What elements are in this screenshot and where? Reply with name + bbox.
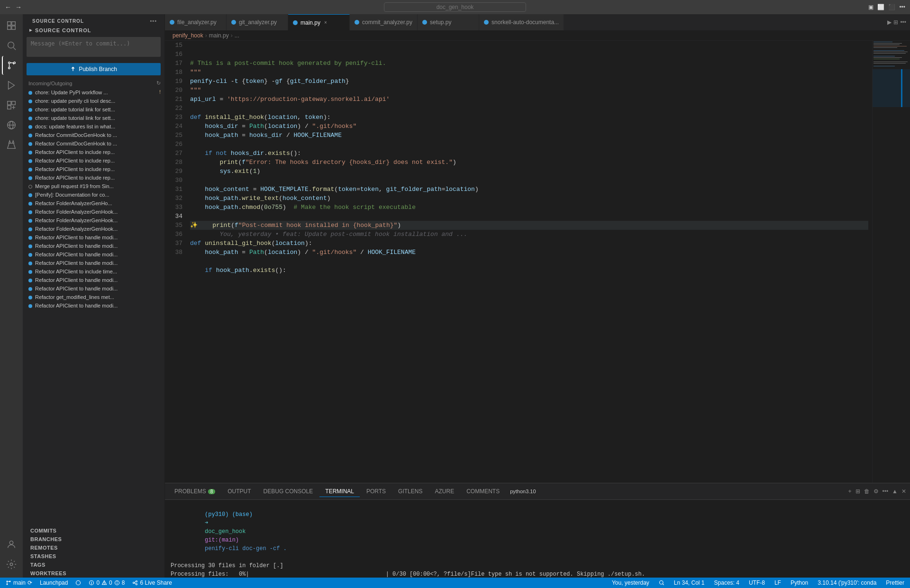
commit-message-input[interactable] (27, 37, 161, 57)
publish-branch-button[interactable]: Publish Branch (27, 63, 161, 75)
command-search[interactable] (384, 2, 526, 12)
incoming-outgoing[interactable]: Incoming/Outgoing ↻ (23, 78, 164, 88)
tab-setup-py[interactable]: setup.py (418, 14, 479, 30)
breadcrumb-symbol[interactable]: ... (235, 32, 239, 39)
close-panel-icon[interactable]: ✕ (901, 488, 906, 495)
version-status[interactable]: 3.10.14 ('py310': conda (816, 578, 878, 588)
tab-git_analyzer-py[interactable]: git_analyzer.py (227, 14, 288, 30)
terminal-settings-icon[interactable]: ⚙ (874, 488, 879, 495)
panel-tab-comments[interactable]: COMMENTS (461, 486, 505, 497)
git-info-label: You, yesterday (612, 579, 649, 586)
breadcrumb-file[interactable]: main.py (209, 32, 229, 39)
list-item[interactable]: Merge pull request #19 from Sin... (23, 182, 164, 190)
list-item[interactable]: docs: update features list in what... (23, 122, 164, 131)
settings-activity-icon[interactable] (2, 555, 21, 574)
list-item[interactable]: Refactor APIClient to include rep... (23, 148, 164, 156)
list-item[interactable]: Refactor APIClient to handle modi... (23, 301, 164, 310)
list-item[interactable]: chore: update penify cli tool desc... (23, 97, 164, 105)
back-button[interactable]: ← (5, 3, 11, 11)
run-activity-icon[interactable] (2, 76, 21, 95)
remote-activity-icon[interactable] (2, 116, 21, 135)
list-item[interactable]: Refactor FolderAnalyzerGenHo... (23, 199, 164, 208)
list-item[interactable]: Refactor FolderAnalyzerGenHook... (23, 208, 164, 216)
layout-icon[interactable]: ▣ (868, 4, 874, 10)
list-item[interactable]: Refactor APIClient to handle modi... (23, 242, 164, 250)
tab-close-button[interactable]: × (323, 19, 328, 26)
maximize-panel-icon[interactable]: ▲ (892, 488, 898, 495)
new-terminal-icon[interactable]: + (848, 488, 851, 495)
more-actions-button[interactable]: ••• (150, 18, 157, 24)
layout-split-icon[interactable]: ⬜ (877, 4, 884, 10)
breadcrumb-folder[interactable]: penify_hook (173, 32, 203, 39)
sidebar-section-tags[interactable]: TAGS (23, 561, 164, 569)
search-activity-icon[interactable] (2, 36, 21, 55)
split-terminal-icon[interactable]: ⊞ (855, 488, 860, 495)
sidebar-section-branches[interactable]: BRANCHES (23, 535, 164, 543)
trash-terminal-icon[interactable]: 🗑 (864, 488, 870, 495)
list-item[interactable]: chore: Update PyPI workflow ...! (23, 88, 164, 97)
launchpad-status[interactable]: Launchpad (38, 578, 70, 588)
account-activity-icon[interactable] (2, 535, 21, 554)
language-status[interactable]: Python (789, 578, 810, 588)
forward-button[interactable]: → (15, 3, 22, 11)
panel-content[interactable]: (py310) (base) ➜ doc_gen_hook git:(main)… (165, 500, 910, 578)
sidebar-section-worktrees[interactable]: WORKTREES (23, 569, 164, 578)
python-version-label[interactable]: python3.10 (506, 488, 539, 494)
encoding-status[interactable]: UTF-8 (747, 578, 767, 588)
more-actions-icon[interactable]: ••• (899, 4, 905, 10)
cursor-status[interactable]: Ln 34, Col 1 (672, 578, 707, 588)
tab-file_analyzer-py[interactable]: file_analyzer.py (165, 14, 227, 30)
panel-tab-gitlens[interactable]: GITLENS (392, 486, 428, 497)
source-control-section[interactable]: SOURCE CONTROL (23, 26, 164, 35)
extensions-activity-icon[interactable] (2, 96, 21, 115)
live-share-status[interactable]: 6 Live Share (130, 578, 173, 588)
list-item[interactable]: Refactor CommitDocGenHook to ... (23, 139, 164, 148)
list-item[interactable]: Refactor APIClient to include rep... (23, 173, 164, 182)
sidebar-section-remotes[interactable]: REMOTES (23, 543, 164, 552)
list-item[interactable]: Refactor APIClient to handle modi... (23, 250, 164, 259)
list-item[interactable]: Refactor APIClient to include rep... (23, 165, 164, 173)
more-terminal-icon[interactable]: ••• (883, 488, 889, 495)
split-editor-icon[interactable]: ⊞ (893, 19, 898, 26)
list-item[interactable]: [Penify]: Documentation for co... (23, 190, 164, 199)
branch-status[interactable]: main ⟳ (4, 578, 34, 588)
eol-status[interactable]: LF (773, 578, 783, 588)
list-item[interactable]: Refactor APIClient to handle modi... (23, 233, 164, 242)
search-status[interactable] (657, 578, 666, 588)
source-control-activity-icon[interactable] (2, 56, 21, 75)
panel-tab-output[interactable]: OUTPUT (222, 486, 256, 497)
list-item[interactable]: Refactor APIClient to handle modi... (23, 276, 164, 284)
list-item[interactable]: Refactor APIClient to include rep... (23, 156, 164, 165)
list-item[interactable]: Refactor FolderAnalyzerGenHook... (23, 216, 164, 225)
more-tabs-icon[interactable]: ••• (900, 19, 906, 26)
list-item[interactable]: chore: update tutorial link for sett... (23, 114, 164, 122)
panel-tab-problems[interactable]: PROBLEMS8 (169, 486, 221, 497)
panel-tab-azure[interactable]: AZURE (429, 486, 460, 497)
layout-panel-icon[interactable]: ⬛ (888, 4, 895, 10)
list-item[interactable]: chore: update tutorial link for sett... (23, 105, 164, 114)
spaces-status[interactable]: Spaces: 4 (712, 578, 741, 588)
panel-tab-terminal[interactable]: TERMINAL (319, 486, 360, 497)
errors-status[interactable]: 0 0 8 (87, 578, 127, 588)
list-item[interactable]: Refactor APIClient to include time... (23, 267, 164, 276)
tab-snorkell-auto-documenta-[interactable]: snorkell-auto-documenta... (479, 14, 564, 30)
panel-tab-debug-console[interactable]: DEBUG CONSOLE (258, 486, 319, 497)
panel-tab-ports[interactable]: PORTS (361, 486, 391, 497)
run-icon[interactable]: ▶ (887, 19, 892, 26)
sidebar-section-commits[interactable]: COMMITS (23, 526, 164, 535)
git-info-status[interactable]: You, yesterday (610, 578, 651, 588)
explorer-activity-icon[interactable] (2, 16, 21, 35)
list-item[interactable]: Refactor get_modified_lines met... (23, 293, 164, 301)
prettier-status[interactable]: Prettier (884, 578, 906, 588)
list-item[interactable]: Refactor APIClient to handle modi... (23, 284, 164, 293)
list-item[interactable]: Refactor FolderAnalyzerGenHook... (23, 225, 164, 233)
tab-main-py[interactable]: main.py× (288, 14, 350, 30)
tab-commit_analyzer-py[interactable]: commit_analyzer.py (350, 14, 418, 30)
list-item[interactable]: Refactor CommitDocGenHook to ... (23, 131, 164, 139)
remote-status[interactable] (73, 578, 83, 588)
test-activity-icon[interactable] (2, 136, 21, 154)
code-editor[interactable]: # This is a post-commit hook generated b… (186, 41, 872, 483)
refresh-icon[interactable]: ↻ (156, 80, 161, 86)
sidebar-section-stashes[interactable]: STASHES (23, 552, 164, 561)
list-item[interactable]: Refactor APIClient to handle modi... (23, 259, 164, 267)
